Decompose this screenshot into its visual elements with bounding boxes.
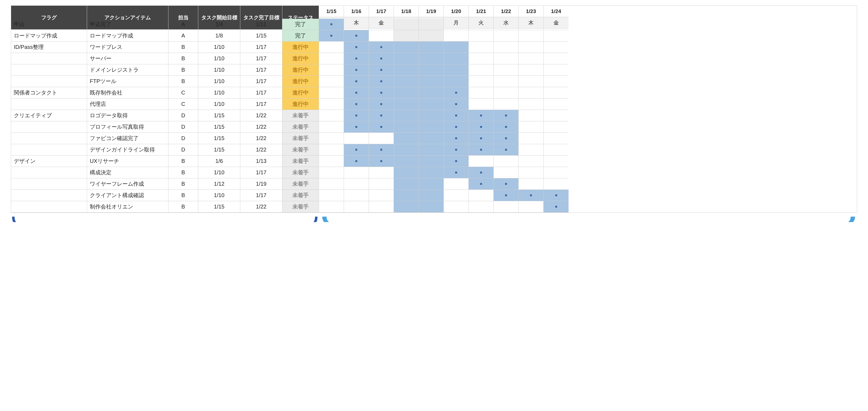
cell-start[interactable]: 1/10 (198, 76, 240, 87)
gantt-cell[interactable] (394, 201, 419, 212)
cell-status[interactable]: 進行中 (282, 53, 319, 64)
gantt-cell[interactable] (544, 19, 568, 30)
cell-owner[interactable]: D (168, 110, 198, 121)
cell-status[interactable]: 未着手 (282, 110, 319, 121)
cell-status[interactable]: 未着手 (282, 144, 319, 155)
cell-action[interactable]: デザインガイドライン取得 (87, 144, 168, 155)
gantt-cell[interactable] (444, 87, 469, 98)
gantt-cell[interactable] (369, 41, 394, 53)
cell-flag[interactable] (11, 64, 87, 76)
cell-end[interactable]: 1/17 (240, 167, 282, 178)
cell-owner[interactable]: B (168, 53, 198, 64)
header-date[interactable]: 1/17 (369, 6, 394, 17)
gantt-cell[interactable] (519, 76, 544, 87)
cell-owner[interactable]: D (168, 133, 198, 144)
gantt-cell[interactable] (444, 144, 469, 155)
gantt-cell[interactable] (494, 190, 519, 201)
gantt-cell[interactable] (419, 53, 444, 64)
cell-status[interactable]: 進行中 (282, 64, 319, 76)
gantt-cell[interactable] (369, 178, 394, 190)
gantt-cell[interactable] (344, 155, 369, 167)
cell-status[interactable]: 完了 (282, 30, 319, 41)
cell-action[interactable]: 制作会社オリエン (87, 201, 168, 212)
gantt-cell[interactable] (344, 178, 369, 190)
gantt-cell[interactable] (419, 87, 444, 98)
gantt-cell[interactable] (344, 98, 369, 110)
gantt-cell[interactable] (544, 76, 568, 87)
gantt-cell[interactable] (494, 19, 519, 30)
gantt-cell[interactable] (419, 30, 444, 41)
gantt-cell[interactable] (544, 41, 568, 53)
gantt-cell[interactable] (344, 64, 369, 76)
cell-start[interactable]: 1/4 (198, 19, 240, 30)
gantt-cell[interactable] (344, 167, 369, 178)
header-date[interactable]: 1/16 (344, 6, 369, 17)
gantt-cell[interactable] (344, 190, 369, 201)
cell-action[interactable]: 構成決定 (87, 167, 168, 178)
gantt-cell[interactable] (444, 76, 469, 87)
cell-owner[interactable]: B (168, 64, 198, 76)
gantt-cell[interactable] (344, 201, 369, 212)
gantt-cell[interactable] (394, 87, 419, 98)
cell-status[interactable]: 未着手 (282, 190, 319, 201)
cell-end[interactable]: 1/13 (240, 155, 282, 167)
cell-owner[interactable]: A (168, 19, 198, 30)
cell-action[interactable]: FTPツール (87, 76, 168, 87)
cell-end[interactable]: 1/17 (240, 98, 282, 110)
gantt-cell[interactable] (444, 64, 469, 76)
cell-flag[interactable] (11, 178, 87, 190)
header-date[interactable]: 1/15 (319, 6, 344, 17)
gantt-cell[interactable] (369, 76, 394, 87)
gantt-cell[interactable] (494, 98, 519, 110)
gantt-cell[interactable] (369, 144, 394, 155)
cell-action[interactable]: 申込完了 (87, 19, 168, 30)
cell-action[interactable]: ロゴデータ取得 (87, 110, 168, 121)
gantt-cell[interactable] (444, 178, 469, 190)
cell-owner[interactable]: B (168, 201, 198, 212)
gantt-cell[interactable] (469, 30, 494, 41)
cell-end[interactable]: 1/17 (240, 76, 282, 87)
cell-action[interactable]: プロフィール写真取得 (87, 121, 168, 133)
cell-start[interactable]: 1/15 (198, 110, 240, 121)
cell-start[interactable]: 1/15 (198, 133, 240, 144)
cell-flag[interactable] (11, 133, 87, 144)
gantt-cell[interactable] (369, 30, 394, 41)
gantt-cell[interactable] (469, 64, 494, 76)
cell-start[interactable]: 1/6 (198, 155, 240, 167)
header-date[interactable]: 1/23 (519, 6, 544, 17)
cell-status[interactable]: 未着手 (282, 133, 319, 144)
gantt-cell[interactable] (494, 155, 519, 167)
gantt-cell[interactable] (494, 167, 519, 178)
gantt-cell[interactable] (344, 110, 369, 121)
gantt-cell[interactable] (419, 201, 444, 212)
cell-start[interactable]: 1/10 (198, 167, 240, 178)
gantt-cell[interactable] (494, 121, 519, 133)
cell-end[interactable]: 1/17 (240, 87, 282, 98)
gantt-cell[interactable] (419, 41, 444, 53)
cell-status[interactable]: 未着手 (282, 121, 319, 133)
cell-action[interactable]: ドメインレジストラ (87, 64, 168, 76)
gantt-cell[interactable] (369, 87, 394, 98)
header-date[interactable]: 1/18 (394, 6, 419, 17)
cell-owner[interactable]: B (168, 76, 198, 87)
gantt-cell[interactable] (444, 201, 469, 212)
gantt-cell[interactable] (369, 190, 394, 201)
cell-end[interactable]: 1/22 (240, 144, 282, 155)
cell-start[interactable]: 1/12 (198, 178, 240, 190)
cell-end[interactable]: 1/22 (240, 110, 282, 121)
gantt-cell[interactable] (469, 87, 494, 98)
cell-action[interactable]: ロードマップ作成 (87, 30, 168, 41)
cell-status[interactable]: 進行中 (282, 41, 319, 53)
gantt-cell[interactable] (419, 133, 444, 144)
gantt-cell[interactable] (544, 64, 568, 76)
gantt-cell[interactable] (544, 167, 568, 178)
gantt-cell[interactable] (394, 19, 419, 30)
cell-end[interactable]: 1/15 (240, 30, 282, 41)
gantt-cell[interactable] (344, 41, 369, 53)
gantt-cell[interactable] (344, 144, 369, 155)
gantt-cell[interactable] (319, 133, 344, 144)
cell-flag[interactable] (11, 201, 87, 212)
cell-owner[interactable]: D (168, 144, 198, 155)
cell-flag[interactable] (11, 167, 87, 178)
cell-action[interactable]: 既存制作会社 (87, 87, 168, 98)
